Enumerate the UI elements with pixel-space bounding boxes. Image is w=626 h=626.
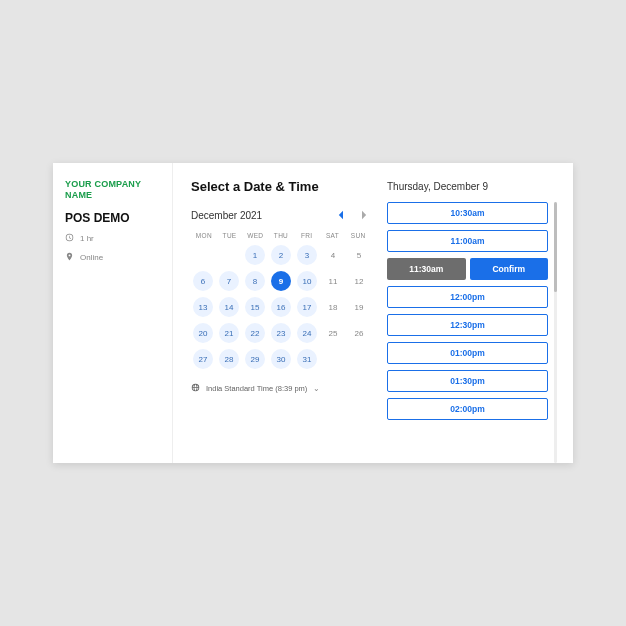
calendar-cell: 11 [321,269,345,293]
scrollbar[interactable] [554,202,557,463]
main-area: Select a Date & Time December 2021 MONTU… [173,163,573,463]
calendar-day: 19 [349,297,369,317]
calendar-day[interactable]: 27 [193,349,213,369]
prev-month-button[interactable] [333,208,347,222]
duration-row: 1 hr [65,233,160,244]
timeslot-list: 10:30am11:00am11:30amConfirm12:00pm12:30… [387,202,548,463]
calendar-cell: 12 [347,269,371,293]
calendar-cell: 8 [243,269,267,293]
calendar-day[interactable]: 3 [297,245,317,265]
slots-wrap: 10:30am11:00am11:30amConfirm12:00pm12:30… [387,202,557,463]
timeslot-selected[interactable]: 11:30am [387,258,466,280]
globe-icon [191,383,200,394]
month-nav [333,208,371,222]
calendar-cell: 7 [217,269,241,293]
calendar-cell: 15 [243,295,267,319]
calendar-cell: 6 [191,269,215,293]
calendar-day[interactable]: 14 [219,297,239,317]
calendar-day[interactable]: 17 [297,297,317,317]
calendar-day[interactable]: 24 [297,323,317,343]
location-label: Online [80,253,103,262]
calendar-day[interactable]: 23 [271,323,291,343]
calendar-cell [191,243,215,267]
timeslot-selected-row: 11:30amConfirm [387,258,548,280]
timeslot-button[interactable]: 01:00pm [387,342,548,364]
calendar-day[interactable]: 6 [193,271,213,291]
weekday-label: SUN [345,232,371,239]
calendar-day[interactable]: 2 [271,245,291,265]
calendar-cell: 17 [295,295,319,319]
location-icon [65,252,74,263]
calendar-day[interactable]: 31 [297,349,317,369]
calendar-cell: 29 [243,347,267,371]
calendar-cell: 18 [321,295,345,319]
calendar-cell: 10 [295,269,319,293]
company-name: YOUR COMPANY NAME [65,179,160,201]
calendar-cell: 30 [269,347,293,371]
calendar-column: Select a Date & Time December 2021 MONTU… [191,179,371,463]
calendar-day[interactable]: 13 [193,297,213,317]
timeslot-button[interactable]: 12:00pm [387,286,548,308]
calendar-cell: 20 [191,321,215,345]
month-label: December 2021 [191,210,262,221]
calendar-day: 25 [323,323,343,343]
timeslot-column: Thursday, December 9 10:30am11:00am11:30… [387,179,557,463]
calendar-cell: 1 [243,243,267,267]
calendar-day[interactable]: 20 [193,323,213,343]
calendar-day[interactable]: 7 [219,271,239,291]
scrollbar-thumb[interactable] [554,202,557,292]
timeslot-button[interactable]: 02:00pm [387,398,548,420]
calendar-cell: 4 [321,243,345,267]
calendar-grid: 1234567891011121314151617181920212223242… [191,243,371,371]
calendar-cell: 21 [217,321,241,345]
calendar-cell: 2 [269,243,293,267]
calendar-cell: 14 [217,295,241,319]
timezone-button[interactable]: India Standard Time (8:39 pm) ⌄ [191,383,371,394]
location-row: Online [65,252,160,263]
calendar-day-selected[interactable]: 9 [271,271,291,291]
calendar-day: 4 [323,245,343,265]
calendar-day[interactable]: 29 [245,349,265,369]
duration-label: 1 hr [80,234,94,243]
calendar-day: 11 [323,271,343,291]
calendar-day: 12 [349,271,369,291]
calendar-day[interactable]: 30 [271,349,291,369]
calendar-cell: 31 [295,347,319,371]
event-title: POS DEMO [65,211,160,225]
calendar-cell: 9 [269,269,293,293]
weekday-label: THU [268,232,294,239]
calendar-day: 18 [323,297,343,317]
selected-date-label: Thursday, December 9 [387,181,557,192]
timeslot-button[interactable]: 11:00am [387,230,548,252]
timezone-label: India Standard Time (8:39 pm) [206,384,307,393]
calendar-day[interactable]: 15 [245,297,265,317]
weekday-label: WED [242,232,268,239]
calendar-day[interactable]: 22 [245,323,265,343]
calendar-day[interactable]: 28 [219,349,239,369]
calendar-day[interactable]: 10 [297,271,317,291]
page-title: Select a Date & Time [191,179,371,194]
weekday-label: TUE [217,232,243,239]
calendar-cell [347,347,371,371]
calendar-day: 26 [349,323,369,343]
next-month-button[interactable] [357,208,371,222]
timeslot-button[interactable]: 01:30pm [387,370,548,392]
calendar-day[interactable]: 8 [245,271,265,291]
calendar-cell: 3 [295,243,319,267]
calendar-cell: 24 [295,321,319,345]
calendar-day[interactable]: 1 [245,245,265,265]
weekday-label: MON [191,232,217,239]
calendar-cell [217,243,241,267]
confirm-button[interactable]: Confirm [470,258,549,280]
calendar-cell [321,347,345,371]
calendar-cell: 27 [191,347,215,371]
booking-card: YOUR COMPANY NAME POS DEMO 1 hr Online S… [53,163,573,463]
timeslot-button[interactable]: 12:30pm [387,314,548,336]
timeslot-button[interactable]: 10:30am [387,202,548,224]
calendar-cell: 26 [347,321,371,345]
weekday-label: FRI [294,232,320,239]
calendar-cell: 16 [269,295,293,319]
calendar-day[interactable]: 21 [219,323,239,343]
calendar-cell: 13 [191,295,215,319]
calendar-day[interactable]: 16 [271,297,291,317]
